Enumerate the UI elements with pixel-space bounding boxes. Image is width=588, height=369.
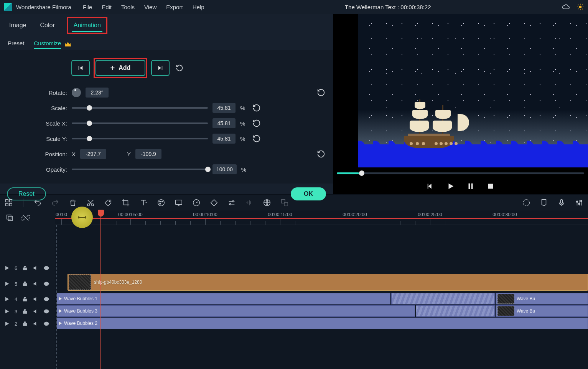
play-button[interactable] xyxy=(446,182,455,190)
clip-wave-bubbles-1[interactable]: Wave Bubbles 1 xyxy=(57,293,390,304)
clip-wave-bubbles-3[interactable]: Wave Bubbles 3 xyxy=(57,305,415,317)
tab-preset[interactable]: Preset xyxy=(8,38,24,48)
menu-view[interactable]: View xyxy=(144,4,156,10)
rotate-knob[interactable] xyxy=(72,88,81,97)
duplicate-icon[interactable] xyxy=(5,213,14,222)
ruler-tick xyxy=(175,221,176,225)
clip-wave-bubbles-2[interactable]: Wave Bubbles 2 xyxy=(57,318,588,329)
layout-icon[interactable] xyxy=(5,199,13,207)
menu-tools[interactable]: Tools xyxy=(121,4,135,10)
mute-icon[interactable] xyxy=(33,321,39,327)
adjust-icon[interactable] xyxy=(227,199,236,207)
visibility-icon[interactable] xyxy=(43,265,49,271)
undo-icon[interactable] xyxy=(33,199,42,207)
marker-icon[interactable] xyxy=(540,199,548,207)
rotate-reset-icon[interactable] xyxy=(317,88,325,97)
keyframe-icon[interactable] xyxy=(210,199,218,207)
track-header-3[interactable]: 3 xyxy=(0,305,55,318)
cloud-icon[interactable] xyxy=(562,3,570,11)
seek-thumb[interactable] xyxy=(359,170,364,176)
preview-canvas[interactable] xyxy=(358,14,588,167)
preview-seek-bar[interactable] xyxy=(337,172,584,174)
pos-x-value[interactable]: -297.7 xyxy=(80,149,106,159)
text-icon[interactable] xyxy=(139,199,148,207)
ok-button[interactable]: OK xyxy=(291,187,326,200)
scale-value[interactable]: 45.81 xyxy=(212,103,236,113)
visibility-icon[interactable] xyxy=(43,296,49,302)
tab-customize[interactable]: Customize xyxy=(34,38,61,49)
next-keyframe-button[interactable] xyxy=(151,60,170,76)
screen-icon[interactable] xyxy=(175,199,183,207)
lock-icon[interactable] xyxy=(22,296,28,302)
unlink-icon[interactable] xyxy=(21,213,30,222)
clip-wave-bubbles-3c[interactable]: Wave Bu xyxy=(496,305,588,317)
track-header-5[interactable]: 5 xyxy=(0,275,55,293)
pos-y-value[interactable]: -109.9 xyxy=(135,149,161,159)
mic-icon[interactable] xyxy=(557,199,566,207)
rotate-value[interactable]: 2.23° xyxy=(86,88,109,98)
lock-icon[interactable] xyxy=(22,308,28,314)
redo-icon[interactable] xyxy=(51,199,59,207)
opacity-slider[interactable] xyxy=(72,169,208,170)
clip-ship[interactable]: ship-gb40bc333e_1280 xyxy=(68,274,588,291)
mute-icon[interactable] xyxy=(33,296,39,302)
speed-icon[interactable] xyxy=(192,199,201,207)
visibility-icon[interactable] xyxy=(43,321,49,327)
scaley-reset-icon[interactable] xyxy=(252,134,261,143)
lock-icon[interactable] xyxy=(22,265,28,271)
track-header-6[interactable]: 6 xyxy=(0,261,55,275)
clip-wave-bubbles-1b[interactable] xyxy=(391,293,495,304)
lock-icon[interactable] xyxy=(22,281,28,287)
scalex-reset-icon[interactable] xyxy=(252,119,261,127)
rotate-label: Rotate: xyxy=(38,89,67,96)
scaley-slider[interactable] xyxy=(72,138,208,139)
tab-color[interactable]: Color xyxy=(38,20,56,31)
mute-icon[interactable] xyxy=(33,265,39,271)
visibility-icon[interactable] xyxy=(43,308,49,314)
mute-icon[interactable] xyxy=(33,281,39,287)
ruler-tick xyxy=(250,221,250,225)
delete-icon[interactable] xyxy=(69,199,77,207)
menu-export[interactable]: Export xyxy=(166,4,183,10)
playhead-handle[interactable] xyxy=(98,210,104,217)
step-back-button[interactable] xyxy=(427,182,435,190)
render-icon[interactable] xyxy=(522,199,530,207)
tips-icon[interactable] xyxy=(576,3,584,11)
audio-wave-icon[interactable] xyxy=(245,199,254,207)
svg-point-29 xyxy=(160,203,161,204)
scalex-value[interactable]: 45.81 xyxy=(212,118,236,128)
timeline-ruler[interactable]: 00:0000:00:05:0000:00:10:0000:00:15:0000… xyxy=(55,210,588,225)
scale-reset-icon[interactable] xyxy=(252,104,261,112)
timeline-tracks-area[interactable]: 00:0000:00:05:0000:00:10:0000:00:15:0000… xyxy=(55,210,588,369)
mute-icon[interactable] xyxy=(33,308,39,314)
tab-image[interactable]: Image xyxy=(8,20,28,31)
visibility-icon[interactable] xyxy=(43,281,49,287)
position-reset-icon[interactable] xyxy=(317,150,325,158)
lock-icon[interactable] xyxy=(22,321,28,327)
scale-slider[interactable] xyxy=(72,107,208,109)
clip-wave-bubbles-1c[interactable]: Wave Bu xyxy=(496,293,588,304)
track-header-2[interactable]: 2 xyxy=(0,318,55,330)
stop-button[interactable] xyxy=(486,182,495,190)
clip-wave-bubbles-3b[interactable] xyxy=(416,305,495,317)
add-keyframe-button[interactable]: Add xyxy=(96,60,145,76)
scaley-value[interactable]: 45.81 xyxy=(212,134,236,144)
prev-keyframe-button[interactable] xyxy=(71,60,90,76)
scalex-slider[interactable] xyxy=(72,122,208,124)
globe-icon[interactable] xyxy=(263,199,271,207)
pause-button[interactable] xyxy=(466,182,475,190)
track-header-4[interactable]: 4 xyxy=(0,293,55,305)
mixer-icon[interactable] xyxy=(575,199,583,207)
menu-file[interactable]: File xyxy=(83,4,92,10)
tag-icon[interactable] xyxy=(104,199,112,207)
opacity-value[interactable]: 100.00 xyxy=(212,164,237,174)
menu-help[interactable]: Help xyxy=(193,4,204,10)
tab-animation[interactable]: Animation xyxy=(72,20,102,32)
keyframe-reset-icon[interactable] xyxy=(176,64,183,72)
translate-icon[interactable] xyxy=(280,199,289,207)
crop-icon[interactable] xyxy=(122,199,130,207)
playhead[interactable] xyxy=(100,210,101,369)
cut-icon[interactable] xyxy=(86,199,95,207)
color-icon[interactable] xyxy=(157,199,165,207)
menu-edit[interactable]: Edit xyxy=(102,4,112,10)
